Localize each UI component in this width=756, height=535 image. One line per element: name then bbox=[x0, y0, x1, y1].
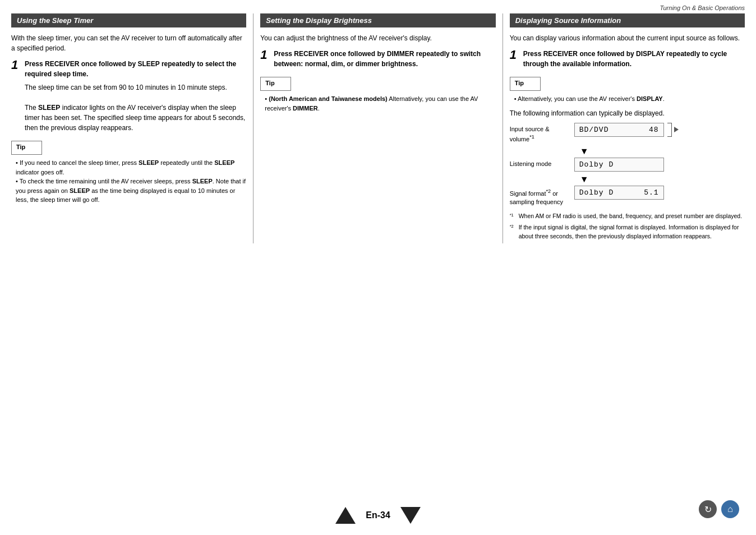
nav-up-triangle[interactable] bbox=[335, 507, 356, 524]
source-info-column: Displaying Source Information You can di… bbox=[504, 13, 750, 243]
back-icon[interactable]: ↻ bbox=[699, 500, 717, 518]
page-footer: En-34 ↻ ⌂ bbox=[0, 507, 756, 524]
source-step-text: Press RECEIVER once followed by DISPLAY … bbox=[523, 50, 727, 68]
footer-icons: ↻ ⌂ bbox=[699, 500, 739, 518]
source-tip-items: Alternatively, you can use the AV receiv… bbox=[510, 94, 745, 104]
display-label-2: Listening mode bbox=[510, 158, 574, 168]
bracket-arrow-1 bbox=[674, 127, 679, 132]
sleep-tip1: If you need to cancel the sleep timer, p… bbox=[11, 158, 246, 177]
step1-content: Press RECEIVER once followed by SLEEP re… bbox=[25, 59, 246, 133]
source-step-number: 1 bbox=[510, 49, 520, 69]
main-content: Using the Sleep Timer With the sleep tim… bbox=[0, 13, 756, 243]
display-diagram: Input source & volume*1 BD/DVD 48 ▼ bbox=[510, 123, 745, 206]
sleep-timer-header: Using the Sleep Timer bbox=[11, 13, 246, 27]
brightness-step-content: Press RECEIVER once followed by DIMMER r… bbox=[274, 49, 495, 69]
display-brightness-column: Setting the Display Brightness You can a… bbox=[255, 13, 501, 243]
down-arrow-1: ▼ bbox=[580, 146, 745, 158]
sleep-tip2: To check the time remaining until the AV… bbox=[11, 177, 246, 205]
step1-body2: The SLEEP indicator lights on the AV rec… bbox=[25, 103, 246, 133]
divider-1 bbox=[253, 13, 253, 243]
step-number-1: 1 bbox=[11, 59, 21, 133]
page-label: En-34 bbox=[366, 510, 390, 520]
sleep-timer-step1: 1 Press RECEIVER once followed by SLEEP … bbox=[11, 59, 246, 133]
source-info-step1: 1 Press RECEIVER once followed by DISPLA… bbox=[510, 49, 745, 69]
sleep-timer-tip-box: Tip bbox=[11, 141, 42, 155]
display-brightness-intro: You can adjust the brightness of the AV … bbox=[260, 33, 495, 43]
sleep-tip-label: Tip bbox=[16, 144, 37, 150]
following-text: The following information can typically … bbox=[510, 109, 745, 117]
footer-nav: En-34 bbox=[335, 507, 421, 524]
display-screen-2: Dolby D bbox=[574, 158, 664, 172]
footnote-2: *2 If the input signal is digital, the s… bbox=[510, 223, 745, 241]
step1-body: The sleep time can be set from 90 to 10 … bbox=[25, 82, 246, 133]
source-step-content: Press RECEIVER once followed by DISPLAY … bbox=[523, 49, 745, 69]
bracket-1 bbox=[667, 123, 672, 137]
home-icon[interactable]: ⌂ bbox=[721, 500, 739, 518]
brightness-step-text: Press RECEIVER once followed by DIMMER r… bbox=[274, 50, 481, 68]
display-label-3: Signal format*2 or sampling frequency bbox=[510, 186, 574, 206]
brightness-step-number: 1 bbox=[260, 49, 270, 69]
sleep-tip-items: If you need to cancel the sleep timer, p… bbox=[11, 158, 246, 205]
nav-down-triangle[interactable] bbox=[400, 507, 421, 524]
divider-2 bbox=[503, 13, 503, 243]
brightness-step1: 1 Press RECEIVER once followed by DIMMER… bbox=[260, 49, 495, 69]
display-brightness-header: Setting the Display Brightness bbox=[260, 13, 495, 27]
brightness-tip1: (North American and Taiwanese models) Al… bbox=[260, 94, 495, 113]
source-tip1: Alternatively, you can use the AV receiv… bbox=[510, 94, 745, 104]
step1-text-bold: Press RECEIVER once followed by SLEEP re… bbox=[25, 60, 236, 78]
source-tip-label: Tip bbox=[515, 80, 536, 86]
footnote-2-text: If the input signal is digital, the sign… bbox=[519, 223, 745, 241]
source-info-header: Displaying Source Information bbox=[510, 13, 745, 27]
sleep-timer-column: Using the Sleep Timer With the sleep tim… bbox=[6, 13, 252, 243]
footnote-1: *1 When AM or FM radio is used, the band… bbox=[510, 212, 745, 222]
brightness-tip-items: (North American and Taiwanese models) Al… bbox=[260, 94, 495, 113]
source-info-intro: You can display various information abou… bbox=[510, 33, 745, 43]
display-label-1: Input source & volume*1 bbox=[510, 123, 574, 144]
page-header: Turning On & Basic Operations bbox=[0, 0, 756, 13]
display-screen-1: BD/DVD 48 bbox=[574, 123, 664, 137]
brightness-tip-box: Tip bbox=[260, 77, 291, 91]
down-arrow-2: ▼ bbox=[580, 174, 745, 186]
source-tip-box: Tip bbox=[510, 77, 541, 91]
sleep-timer-intro: With the sleep timer, you can set the AV… bbox=[11, 33, 246, 53]
display-screen-3: Dolby D 5.1 bbox=[574, 186, 664, 200]
footnote-1-text: When AM or FM radio is used, the band, f… bbox=[519, 212, 742, 222]
header-title: Turning On & Basic Operations bbox=[660, 4, 745, 11]
brightness-tip-label: Tip bbox=[265, 80, 286, 86]
step1-body1: The sleep time can be set from 90 to 10 … bbox=[25, 82, 246, 93]
footnotes: *1 When AM or FM radio is used, the band… bbox=[510, 212, 745, 241]
